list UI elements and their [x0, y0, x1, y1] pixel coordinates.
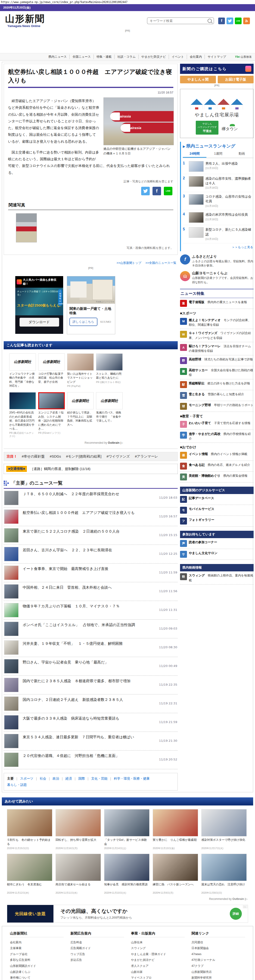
ybc-logo[interactable]: Ybc山形放送: [235, 55, 252, 59]
feature-title[interactable]: 電子速報版: [189, 300, 205, 304]
search-box[interactable]: [147, 18, 214, 24]
feature-item[interactable]: 映 スウィング 映画館の上映作品、案内を毎週掲載: [180, 571, 253, 584]
news-list-item[interactable]: 物価９年７カ月ぶりの下落幅 １０月、マイナス０・７％ 11/20 11:31: [4, 601, 178, 620]
feature-item[interactable]: A 駆けろ！アランマーレ 頂点を目指すチームの最新情報を収録: [180, 342, 253, 355]
line-icon[interactable]: LINE: [235, 18, 242, 24]
awasete-card[interactable]: 感染対策ポスターで呼び掛け強化 2020年11月17日(火): [201, 809, 247, 850]
category-link[interactable]: 社会: [40, 776, 46, 780]
feature-item[interactable]: 速 電子速報版 県内外の重大ニュースを速報: [180, 298, 253, 309]
nav-item[interactable]: 特集・連載: [93, 54, 114, 59]
site-logo-jp[interactable]: 山形新聞: [5, 14, 45, 24]
footer-link[interactable]: 山形新聞購読ガイド: [10, 963, 64, 969]
recommended-card[interactable]: 20代~40代の会社員のための資産形成術、自己資金10万円から不動産投資を学べる…: [9, 392, 36, 438]
feature-title[interactable]: 記事データベース: [189, 496, 214, 500]
footer-link[interactable]: 共同通信: [192, 940, 245, 946]
footer-link[interactable]: スウィング: [131, 945, 184, 951]
awasete-card[interactable]: 「タッチでGo!」新サービス体験会 2020年11月14日(土): [104, 809, 149, 850]
traffic-info-box[interactable]: ■交通情報■ ［道路］鶴岡の県道、規制解除 (11/18): [4, 464, 178, 474]
yomonya-promo[interactable]: 山 山新ヨモーニャくらぶ 山形新聞の読者クラブです。会員登録無料。お得な割引も。: [180, 271, 253, 285]
e-paper-button[interactable]: やましんｅ聞: [180, 76, 216, 83]
feature-title[interactable]: モバイルサービス: [189, 507, 214, 511]
footer-link[interactable]: グループ会社: [10, 951, 64, 958]
search-input[interactable]: [149, 19, 201, 23]
footer-link[interactable]: ウェブ広告: [71, 951, 124, 958]
category-link[interactable]: 経済: [66, 776, 72, 780]
rss-icon[interactable]: [243, 18, 250, 24]
recommended-card[interactable]: エンジニア必見！悩み別、システム開発・設計の初期段階に携わるためにでき… PR …: [38, 392, 65, 438]
feature-title[interactable]: 高校サッカー: [189, 369, 208, 372]
feature-title[interactable]: 食べある記: [189, 463, 205, 466]
footer-link[interactable]: 広告掲載ガイド: [71, 945, 124, 951]
news-title[interactable]: ＪＴＢ、６５００人削減へ ２２年度の新卒採用見合わせ: [22, 491, 152, 497]
game-ad-banner[interactable]: 大人気カバー楽曲も多数収録！ チュートリアル突破で（ガチャ10回分相当） スター…: [15, 276, 63, 334]
awasete-card[interactable]: 商店街で歳末セール始まる 2020年11月11日(水): [56, 854, 101, 894]
recommended-card[interactable]: 賢い人は海外サイトでスマートにショッピング PR (PayPal): [67, 353, 94, 389]
feature-item[interactable]: 声 読者の参加コーナー: [180, 538, 253, 549]
feature-item[interactable]: 野 高校野球 球児たちの熱戦を写真と記事で詳報: [180, 355, 253, 366]
nav-item[interactable]: 会社案内: [187, 54, 205, 59]
awasete-title[interactable]: 「タッチでGo!」新サービス体験会: [104, 838, 149, 846]
adchoices-icon[interactable]: i ▷: [243, 905, 247, 908]
news-title[interactable]: 国内で新たに２３８５人感染 ８都道府県で最多、都市部で増加: [22, 678, 152, 684]
feature-title[interactable]: 県縦断駅伝: [189, 382, 205, 385]
feature-item[interactable]: フ フォトギャラリー: [180, 516, 253, 527]
nav-item[interactable]: やまがた防災ナビ: [138, 54, 169, 59]
footer-link[interactable]: 47行政ジャーナル: [192, 957, 245, 963]
ranking-item[interactable]: 3 コロナ感染、山形市の女性は会社員[11月19日]: [183, 192, 253, 210]
ranking-tab[interactable]: 動画: [230, 151, 253, 158]
keyword-tag[interactable]: #SDGs: [50, 454, 61, 459]
recommended-card[interactable]: ストレス、睡眠の問題と戦うあなたに PR ((株)ヤクルト本社): [96, 353, 123, 389]
category-link[interactable]: 暮らし・話題: [7, 783, 27, 786]
feature-title[interactable]: わいわい子育て: [189, 421, 211, 425]
feature-item[interactable]: 記 記事データベース: [180, 494, 253, 505]
news-list-item[interactable]: ２０代官僚の退職、４倍超に 河野担当相「危機に直面」 11/19 20:52: [4, 751, 178, 769]
ranking-more-link[interactable]: ＞＞もっと見る: [183, 243, 253, 251]
download-button[interactable]: ダウンロード: [19, 318, 59, 327]
footer-link[interactable]: やましん企業・団体ガイド: [131, 951, 184, 958]
footer-link[interactable]: 山新出版: [131, 969, 184, 975]
footer-link[interactable]: 山形新聞販売店: [192, 969, 245, 975]
awasete-card[interactable]: 知事が会見 感染対策の徹底要請 2020年11月10日(火): [104, 854, 149, 894]
link-yamagata-top[interactable]: >>山形新聞トップ: [117, 261, 141, 264]
awasete-card[interactable]: 練習に熱 バスケ新シーズンへ 2020年11月9日(月): [153, 854, 198, 894]
ranking-title[interactable]: 男性２人、出張中感染: [205, 162, 238, 165]
category-link[interactable]: スポーツ: [20, 776, 33, 780]
news-title[interactable]: 物価９年７カ月ぶりの下落幅 １０月、マイナス０・７％: [22, 603, 152, 609]
feature-item[interactable]: サ やましん文化サロン: [180, 549, 253, 560]
news-list-item[interactable]: 野口さん、宇宙から記者会見 乗り心地「最高だ」 11/20 00:49: [4, 657, 178, 676]
news-list-item[interactable]: 若田さん、古川さん宇宙へ ２２、２３年に長期滞在 11/20 12:25: [4, 545, 178, 563]
article-photo[interactable]: airasia airasia: [103, 97, 174, 145]
feature-title[interactable]: 駆けろ！アランマーレ: [189, 344, 221, 348]
feature-item[interactable]: 蹴 高校サッカー 全国大会出場を懸けた熱戦の模様: [180, 366, 253, 379]
nav-item[interactable]: 社説・コラム: [114, 54, 138, 59]
footer-link[interactable]: 求人スクエア: [131, 963, 184, 969]
recommended-card[interactable]: 山形新聞社 インフルワクチン接種の予約集中 小児科、専門家「冷静な対応を」: [9, 353, 36, 389]
category-link[interactable]: 文化・芸能: [91, 776, 107, 780]
category-link[interactable]: 国際: [79, 776, 85, 780]
awasete-title[interactable]: 知事が会見 感染対策の徹底要請: [104, 882, 149, 891]
category-link[interactable]: 主要: [7, 776, 14, 780]
news-title[interactable]: 河井夫妻、１９年収支「不明」 １・５億円使途、解明困難: [22, 640, 152, 646]
news-list-item[interactable]: ポンペオ氏「ここはイスラエル」 占領地で、米承認の正当性強調 11/20 09:…: [4, 620, 178, 638]
outbrain-attribution[interactable]: Recommended by Outbrain |▷: [4, 441, 123, 444]
news-title[interactable]: 中国外相、２４日に来日 菅首相、茂木外相と会談へ: [22, 584, 152, 590]
outbrain-attribution-bottom[interactable]: Recommended by Outbrain |▷: [2, 897, 248, 900]
footer-link[interactable]: 山形往来: [131, 940, 184, 946]
share-line-button[interactable]: LINE: [164, 187, 172, 195]
feature-item[interactable]: 美 美術館・博物館めぐり 県内の展覧会情報: [180, 472, 253, 482]
suumo-ad-banner[interactable]: ※画像はイメージです 関東の新築一戸建て・土地特集 詳しくはこちら SUUMO: [67, 276, 115, 334]
footer-link[interactable]: 47クラブ: [192, 963, 245, 969]
keyword-tag[interactable]: #幸せの羅針盤: [22, 454, 45, 459]
feature-item[interactable]: 雪 雪と生きる 雪国の暮らしと知恵を紹介: [180, 390, 253, 401]
furusato-title[interactable]: ふるさとだより: [192, 255, 253, 259]
keyword-tag[interactable]: #ワイヴァンズ: [107, 454, 130, 459]
feature-item[interactable]: 催 イベント情報 県内のイベント情報が満載: [180, 450, 253, 461]
news-title[interactable]: 東京で新たに５２２人コロナ感染 ２日連続の５００人台: [22, 528, 152, 534]
footer-link[interactable]: 多彩な広告資料: [10, 957, 64, 963]
news-list-item[interactable]: 大阪で最多の３３８人感染 病床逼迫なら時短営業要請も 11/19 21:59: [4, 713, 178, 732]
recommended-card[interactable]: 山形新聞社 鬼滅の刃バス、徳島市で運行 「全集中で楽しんで」: [96, 392, 123, 438]
ranking-tab[interactable]: 1週間: [207, 151, 230, 158]
news-list-item[interactable]: 中国外相、２４日に来日 菅首相、茂木外相と会談へ 11/20 11:56: [4, 582, 178, 601]
news-title[interactable]: 大阪で最多の３３８人感染 病床逼迫なら時短営業要請も: [22, 715, 152, 721]
feature-title[interactable]: フォトギャラリー: [189, 518, 214, 522]
